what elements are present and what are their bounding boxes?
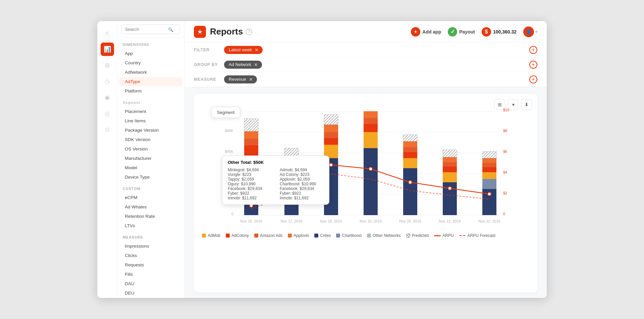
measure-remove-icon[interactable]: ✕: [249, 77, 253, 82]
svg-rect-44: [403, 158, 417, 168]
svg-text:Nov 20, 2019: Nov 20, 2019: [399, 219, 421, 223]
sidebar-item-requests[interactable]: Requests: [119, 260, 182, 269]
svg-rect-39: [364, 132, 378, 148]
svg-rect-45: [403, 152, 417, 158]
tooltip-row: Inmobi: $11,692: [280, 196, 324, 200]
sidebar-item-adtype[interactable]: AdType: [119, 77, 182, 86]
svg-text:$80K: $80K: [225, 129, 233, 133]
legend-arpu-forecast: ARPU Forecast: [459, 233, 495, 238]
nav-icon-speaker[interactable]: ◎: [101, 107, 114, 120]
filter-add-button[interactable]: +: [529, 46, 537, 54]
nav-icon-link[interactable]: ⊙: [101, 123, 114, 136]
measure-label: MEASURE: [117, 231, 184, 241]
payout-icon: ✓: [448, 27, 457, 37]
svg-rect-60: [482, 158, 496, 163]
sidebar-item-app[interactable]: App: [119, 49, 182, 58]
measure-label: MEASURE: [194, 77, 224, 82]
groupby-add-button[interactable]: +: [529, 61, 537, 69]
filter-tag[interactable]: Latest week ✕: [224, 46, 263, 54]
payout-button[interactable]: ✓ Payout: [448, 27, 475, 37]
sidebar-item-ad-whales[interactable]: Ad Whales: [119, 202, 182, 211]
filter-remove-icon[interactable]: ✕: [255, 47, 259, 53]
sidebar-item-model[interactable]: Model: [119, 163, 182, 172]
svg-rect-48: [403, 135, 417, 141]
tooltip-title: Other Total: $50K: [228, 160, 324, 165]
measure-tag[interactable]: Revenue ✕: [224, 75, 257, 83]
sidebar-item-line-items[interactable]: Line Items: [119, 116, 182, 125]
user-menu-caret[interactable]: ▾: [535, 29, 537, 34]
svg-rect-43: [403, 168, 417, 215]
sidebar-item-device-type[interactable]: Device Type: [119, 173, 182, 182]
svg-rect-52: [443, 162, 457, 167]
chart-container: ⊞ ▾ ⬇ $100K $80K $60K $40K $20K 0: [194, 94, 537, 293]
legend-arpu-forecast-line: [459, 235, 466, 236]
sidebar-item-country[interactable]: Country: [119, 58, 182, 67]
legend-adcolony: AdColony: [226, 233, 249, 238]
sidebar-item-impressions[interactable]: Impressions: [119, 242, 182, 251]
help-icon[interactable]: ?: [246, 28, 252, 35]
sidebar-item-ltvs[interactable]: LTVs: [119, 221, 182, 230]
tooltip-grid: Mintegral: $4,694 Vungle: $223 Tapjoy: $…: [228, 168, 324, 200]
add-app-label: Add app: [422, 29, 441, 35]
balance-value: 100,360.32: [493, 29, 517, 35]
sidebar-item-os-version[interactable]: OS Version: [119, 144, 182, 153]
sidebar-item-placement[interactable]: Placement: [119, 107, 182, 116]
svg-point-68: [488, 192, 491, 196]
sidebar-item-deu[interactable]: DEU: [119, 289, 182, 298]
tooltip-row: Admob: $4,694: [280, 168, 324, 172]
svg-rect-51: [443, 167, 457, 172]
svg-text:Nov 18,
2019: Nov 18, 2019: [320, 219, 342, 223]
legend-predicted: Predicted: [406, 233, 429, 238]
chart-area: ⊞ ▾ ⬇ $100K $80K $60K $40K $20K 0: [184, 87, 547, 298]
legend-arpu-line: [434, 235, 441, 236]
sidebar-item-dau[interactable]: DAU: [119, 279, 182, 288]
filter-bar: FILTER Latest week ✕ + GROUP BY Ad Netwo…: [184, 43, 547, 87]
tooltip-row: Facebook: $29,834: [280, 186, 324, 191]
groupby-value: Ad Network: [229, 62, 251, 67]
groupby-tag[interactable]: Ad Network ✕: [224, 61, 262, 69]
legend-amazon: Amazon Ads: [254, 233, 282, 238]
sidebar-item-retention-rate[interactable]: Retention Rate: [119, 212, 182, 221]
sidebar-item-manufacturer[interactable]: Manufacturer: [119, 154, 182, 163]
svg-rect-38: [364, 148, 378, 215]
sidebar-item-ecpm[interactable]: eCPM: [119, 193, 182, 202]
svg-text:0: 0: [231, 212, 233, 216]
sidebar-item-adnetwork[interactable]: AdNetwork: [119, 68, 182, 77]
nav-icon-palette[interactable]: ◉: [101, 91, 114, 104]
svg-text:Nov 21, 2019: Nov 21, 2019: [439, 219, 461, 223]
svg-text:$6: $6: [503, 149, 507, 153]
legend-admob-dot: [202, 234, 206, 238]
tooltip-row: Ogury: $10,990: [228, 182, 272, 186]
svg-rect-53: [443, 157, 457, 162]
svg-rect-56: [482, 179, 496, 189]
nav-icon-menu[interactable]: ≡: [101, 26, 114, 40]
nav-icons: ≡ 📊 ⊞ ◷ ◉ ◎ ⊙: [97, 21, 117, 298]
svg-rect-58: [482, 167, 496, 172]
legend-amazon-label: Amazon Ads: [260, 233, 282, 238]
svg-rect-54: [443, 150, 457, 157]
svg-text:$60K: $60K: [225, 149, 233, 153]
tooltip-row: Inmobi: $11,692: [228, 196, 272, 200]
sidebar-item-platform[interactable]: Platform: [119, 86, 182, 95]
add-app-button[interactable]: + Add app: [411, 27, 441, 37]
legend-predicted-label: Predicted: [412, 233, 429, 238]
balance-display: $ 100,360.32: [482, 27, 517, 37]
sidebar-item-package-version[interactable]: Package Version: [119, 126, 182, 135]
sidebar-item-sdk-version[interactable]: SDK Version: [119, 135, 182, 144]
svg-rect-37: [324, 115, 338, 125]
sidebar-item-fills[interactable]: Fills: [119, 270, 182, 279]
measure-add-button[interactable]: +: [529, 75, 537, 83]
legend-applovin: Applovin: [288, 233, 309, 238]
legend-admob-label: AdMob: [208, 233, 220, 238]
nav-icon-analytics[interactable]: ◷: [101, 75, 114, 88]
svg-rect-35: [324, 132, 338, 138]
nav-icon-apps[interactable]: ⊞: [101, 59, 114, 72]
user-avatar[interactable]: 👤: [523, 26, 534, 37]
measure-row: MEASURE Revenue ✕ +: [194, 72, 537, 87]
groupby-remove-icon[interactable]: ✕: [254, 62, 258, 67]
chart-tooltip: Other Total: $50K Mintegral: $4,694 Vung…: [222, 155, 329, 205]
legend-predicted-dot: [406, 234, 410, 238]
filter-value: Latest week: [229, 47, 252, 52]
nav-icon-chart[interactable]: 📊: [101, 43, 114, 56]
sidebar-item-clicks[interactable]: Clicks: [119, 251, 182, 260]
